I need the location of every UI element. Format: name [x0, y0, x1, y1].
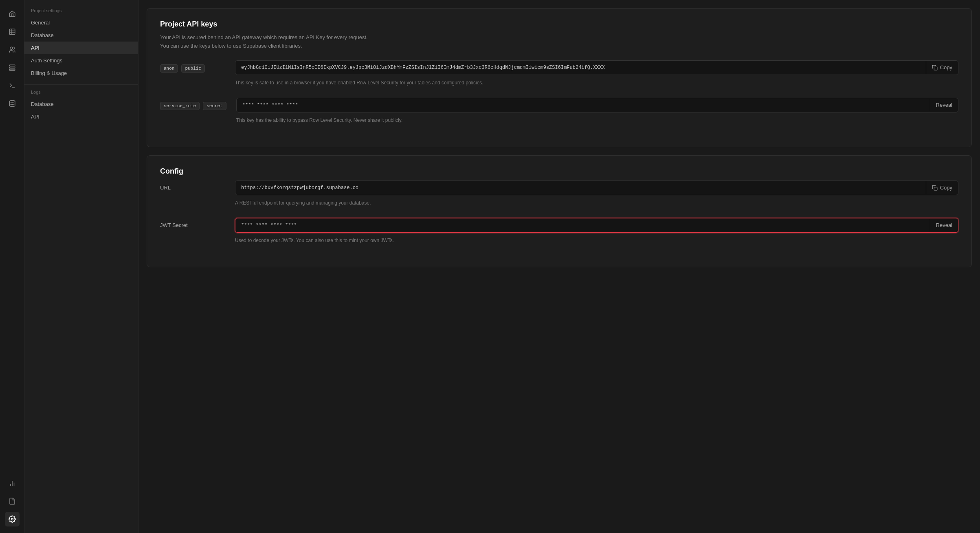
nav-file[interactable]	[5, 494, 20, 509]
service-key-input-row: **** **** **** **** Reveal	[236, 98, 958, 112]
jwt-reveal-button[interactable]: Reveal	[930, 219, 958, 231]
jwt-note: Used to decode your JWTs. You can also u…	[235, 237, 958, 244]
service-key-row: service_role secret **** **** **** **** …	[160, 98, 958, 124]
main-content: Project API keys Your API is secured beh…	[138, 0, 980, 533]
url-copy-icon	[932, 185, 938, 191]
url-label: URL	[160, 181, 225, 191]
svg-rect-5	[9, 65, 15, 66]
nav-sidebar: Project settings General Database API Au…	[24, 0, 138, 533]
svg-point-4	[10, 47, 12, 49]
service-key-reveal-button[interactable]: Reveal	[930, 99, 958, 111]
copy-icon	[932, 65, 938, 70]
sidebar-item-general[interactable]: General	[24, 16, 138, 29]
api-keys-desc-line1: Your API is secured behind an API gatewa…	[160, 34, 368, 40]
url-row: URL https://bxvfkorqstzpwjubcrgf.supabas…	[160, 181, 958, 207]
svg-rect-14	[934, 67, 937, 70]
anon-key-value: eyJhbGciOiJIUzI1NiIsInR5cCI6IkpXVCJ9.eyJ…	[235, 61, 926, 75]
jwt-value: **** **** **** ****	[235, 218, 930, 232]
api-keys-section: Project API keys Your API is secured beh…	[147, 8, 972, 147]
jwt-right: **** **** **** **** Reveal Used to decod…	[235, 218, 958, 244]
jwt-reveal-label: Reveal	[936, 222, 952, 228]
svg-rect-0	[9, 29, 15, 35]
anon-key-copy-button[interactable]: Copy	[926, 61, 958, 74]
sidebar-item-auth[interactable]: Auth Settings	[24, 54, 138, 67]
api-keys-title: Project API keys	[160, 20, 958, 29]
sidebar-item-log-database[interactable]: Database	[24, 98, 138, 110]
public-tag: public	[181, 64, 205, 73]
sidebar-item-billing[interactable]: Billing & Usage	[24, 67, 138, 79]
icon-sidebar	[0, 0, 24, 533]
sidebar-item-api[interactable]: API	[24, 42, 138, 54]
nav-database[interactable]	[5, 96, 20, 111]
nav-terminal[interactable]	[5, 78, 20, 93]
url-value: https://bxvfkorqstzpwjubcrgf.supabase.co	[235, 181, 926, 195]
nav-home[interactable]	[5, 7, 20, 21]
api-keys-desc-line2: You can use the keys below to use Supaba…	[160, 43, 302, 49]
service-role-tag: service_role	[160, 102, 200, 110]
service-tags: service_role secret	[160, 98, 226, 110]
nav-table[interactable]	[5, 24, 20, 39]
sidebar-item-log-api[interactable]: API	[24, 110, 138, 123]
secret-tag: secret	[203, 102, 226, 110]
anon-key-right: eyJhbGciOiJIUzI1NiIsInR5cCI6IkpXVCJ9.eyJ…	[235, 60, 958, 86]
api-keys-desc: Your API is secured behind an API gatewa…	[160, 33, 958, 51]
nav-users[interactable]	[5, 42, 20, 57]
sidebar-section-project: Project settings	[24, 8, 138, 16]
service-key-right: **** **** **** **** Reveal This key has …	[236, 98, 958, 124]
anon-tag: anon	[160, 64, 178, 73]
jwt-label: JWT Secret	[160, 218, 225, 228]
anon-key-note: This key is safe to use in a browser if …	[235, 79, 958, 86]
url-note: A RESTful endpoint for querying and mana…	[235, 199, 958, 207]
svg-rect-15	[934, 187, 937, 190]
url-input-row: https://bxvfkorqstzpwjubcrgf.supabase.co…	[235, 181, 958, 195]
anon-key-copy-label: Copy	[940, 64, 952, 70]
service-key-reveal-label: Reveal	[936, 102, 952, 108]
nav-chart[interactable]	[5, 476, 20, 491]
svg-point-13	[11, 518, 13, 520]
jwt-row: JWT Secret **** **** **** **** Reveal Us…	[160, 218, 958, 244]
anon-tags: anon public	[160, 60, 225, 73]
service-key-note: This key has the ability to bypass Row L…	[236, 117, 958, 124]
url-copy-label: Copy	[940, 185, 952, 191]
nav-storage[interactable]	[5, 60, 20, 75]
nav-settings[interactable]	[5, 512, 20, 526]
url-right: https://bxvfkorqstzpwjubcrgf.supabase.co…	[235, 181, 958, 207]
svg-rect-6	[9, 67, 15, 68]
anon-key-row: anon public eyJhbGciOiJIUzI1NiIsInR5cCI6…	[160, 60, 958, 86]
svg-rect-7	[9, 69, 15, 70]
service-key-value: **** **** **** ****	[237, 98, 930, 112]
sidebar-section-logs: Logs	[24, 90, 138, 98]
jwt-input-row: **** **** **** **** Reveal	[235, 218, 958, 233]
svg-point-9	[9, 101, 15, 103]
anon-key-input-row: eyJhbGciOiJIUzI1NiIsInR5cCI6IkpXVCJ9.eyJ…	[235, 60, 958, 75]
config-section: Config URL https://bxvfkorqstzpwjubcrgf.…	[147, 155, 972, 267]
sidebar-item-database[interactable]: Database	[24, 29, 138, 42]
url-copy-button[interactable]: Copy	[926, 181, 958, 194]
config-title: Config	[160, 167, 958, 176]
